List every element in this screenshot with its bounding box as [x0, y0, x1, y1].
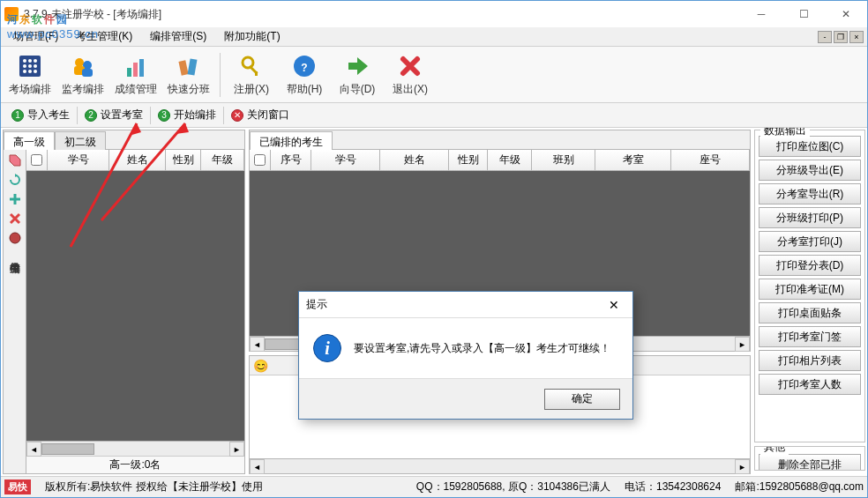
titlebar: 3.7.9-未注册学校 - [考场编排] ─ ☐ ✕ [1, 1, 867, 27]
tool-quick-class[interactable]: 快速分班 [163, 49, 214, 100]
svg-point-1 [23, 59, 26, 63]
btn-print-room[interactable]: 分考室打印(J) [759, 231, 861, 252]
scroll-thumb[interactable] [41, 443, 94, 455]
btn-print-count[interactable]: 打印考室人数 [759, 374, 861, 395]
grid-icon [16, 52, 44, 80]
menu-arrange[interactable]: 编排管理(S) [141, 27, 215, 46]
copyright-text: 版权所有:易快软件 授权给【未注册学校】使用 [45, 479, 263, 494]
btn-print-desk[interactable]: 打印桌面贴条 [759, 302, 861, 323]
tab-grade-1[interactable]: 高一级 [4, 131, 55, 150]
scroll-right-arrow[interactable]: ► [229, 442, 244, 457]
tool-arrange-room[interactable]: 考场编排 [4, 49, 56, 100]
mdi-minimize[interactable]: - [818, 31, 832, 43]
chart-icon [122, 52, 150, 80]
h-scrollbar[interactable]: ◄ ► [26, 441, 244, 456]
side-toolbar: 待编排考生名单 [4, 150, 26, 473]
btn-print-class[interactable]: 分班级打印(P) [759, 207, 861, 228]
svg-point-9 [34, 70, 37, 73]
tool-score-mgmt[interactable]: 成绩管理 [110, 49, 161, 100]
add-icon[interactable] [8, 192, 22, 206]
globe-icon[interactable] [8, 231, 22, 245]
alert-dialog: 提示 ✕ i 要设置考室,请先导入或录入【高一级】考生才可继续！ 确定 [298, 291, 633, 420]
tab-assigned[interactable]: 已编排的考生 [250, 131, 333, 150]
dialog-close-button[interactable]: ✕ [602, 295, 625, 315]
svg-point-24 [10, 233, 20, 243]
step-2-icon: 2 [85, 109, 97, 122]
btn-print-ticket[interactable]: 打印准考证(M) [759, 279, 861, 300]
toolbar-separator [220, 53, 221, 97]
btn-print-score[interactable]: 打印登分表(D) [759, 255, 861, 276]
mail-text: 邮箱:1592805688@qq.com [735, 479, 864, 494]
svg-point-2 [28, 59, 32, 63]
tool-help[interactable]: ? 帮助(H) [279, 49, 330, 100]
checkbox-header[interactable] [26, 150, 48, 170]
svg-rect-18 [187, 58, 197, 75]
count-label: 高一级:0名 [26, 456, 244, 473]
svg-point-4 [23, 64, 26, 68]
svg-rect-14 [127, 68, 131, 77]
svg-rect-17 [178, 60, 188, 75]
arrow-right-icon [343, 52, 371, 80]
svg-rect-21 [255, 71, 258, 76]
menu-extra[interactable]: 附加功能(T) [215, 27, 288, 46]
svg-rect-15 [133, 63, 138, 77]
btn-print-photo[interactable]: 打印相片列表 [759, 350, 861, 371]
step-import[interactable]: 1 导入考生 [4, 106, 77, 124]
close-x-icon [396, 52, 424, 80]
svg-rect-16 [139, 59, 144, 77]
output-column: 数据输出 打印座位图(C) 分班级导出(E) 分考室导出(R) 分班级打印(P)… [754, 130, 865, 474]
btn-print-door[interactable]: 打印考室门签 [759, 326, 861, 347]
mdi-close[interactable]: × [849, 31, 864, 43]
step-start[interactable]: 3 开始编排 [151, 106, 223, 124]
refresh-icon[interactable] [8, 173, 22, 187]
svg-rect-13 [82, 69, 93, 77]
step-1-icon: 1 [11, 109, 24, 122]
svg-point-10 [75, 58, 84, 67]
menubar: 场管理(F) 考生管理(K) 编排管理(S) 附加功能(T) - ❐ × [1, 27, 867, 47]
tag-icon[interactable] [8, 153, 22, 167]
tool-exit[interactable]: 退出(X) [385, 49, 436, 100]
dialog-title: 提示 [306, 297, 327, 312]
smile-icon[interactable]: 😊 [253, 359, 268, 373]
close-icon: ✕ [231, 109, 243, 122]
window-title: 3.7.9-未注册学校 - [考场编排] [24, 7, 161, 22]
pending-grid[interactable] [26, 171, 244, 441]
brand-badge: 易快 [4, 479, 31, 494]
btn-export-room[interactable]: 分考室导出(R) [759, 183, 861, 204]
menu-room[interactable]: 场管理(F) [4, 27, 67, 46]
svg-point-3 [34, 59, 37, 63]
svg-point-6 [34, 64, 37, 68]
close-button[interactable]: ✕ [828, 4, 864, 24]
scroll-left-arrow[interactable]: ◄ [26, 442, 41, 457]
info-icon: i [313, 334, 341, 362]
tel-text: 电话：13542308624 [625, 479, 721, 494]
btn-delete-all[interactable]: 删除全部已排 [759, 454, 861, 471]
key-icon [237, 52, 266, 80]
dialog-message: 要设置考室,请先导入或录入【高一级】考生才可继续！ [354, 341, 610, 356]
delete-icon[interactable] [8, 212, 22, 226]
menu-examinee[interactable]: 考生管理(K) [67, 27, 141, 46]
svg-point-7 [23, 70, 26, 73]
step-set-room[interactable]: 2 设置考室 [78, 106, 150, 124]
app-icon [4, 7, 19, 21]
tool-register[interactable]: 注册(X) [226, 49, 277, 100]
stepbar: 1 导入考生 2 设置考室 3 开始编排 ✕ 关闭窗口 [1, 103, 867, 128]
tool-arrange-proctor[interactable]: 监考编排 [57, 49, 108, 100]
dialog-ok-button[interactable]: 确定 [544, 389, 620, 410]
mdi-restore[interactable]: ❐ [834, 31, 848, 43]
qq-text: QQ：1592805688, 原Q：3104386已满人 [416, 479, 610, 494]
step-close-window[interactable]: ✕ 关闭窗口 [224, 106, 296, 124]
btn-print-seatmap[interactable]: 打印座位图(C) [759, 136, 861, 157]
pending-header: 学号 姓名 性别 年级 [26, 150, 244, 171]
tab-grade-2[interactable]: 初二级 [55, 131, 106, 150]
tool-wizard[interactable]: 向导(D) [332, 49, 383, 100]
maximize-button[interactable]: ☐ [786, 4, 821, 24]
minimize-button[interactable]: ─ [744, 4, 779, 24]
btn-export-class[interactable]: 分班级导出(E) [759, 160, 861, 181]
books-icon [175, 52, 203, 80]
svg-text:?: ? [301, 62, 307, 74]
step-3-icon: 3 [158, 109, 170, 122]
statusbar: 易快 版权所有:易快软件 授权给【未注册学校】使用 QQ：1592805688,… [1, 476, 867, 497]
svg-point-19 [243, 57, 253, 68]
pending-pane: 高一级 初二级 待编排考生名单 学号 姓名 性别 [3, 130, 245, 474]
